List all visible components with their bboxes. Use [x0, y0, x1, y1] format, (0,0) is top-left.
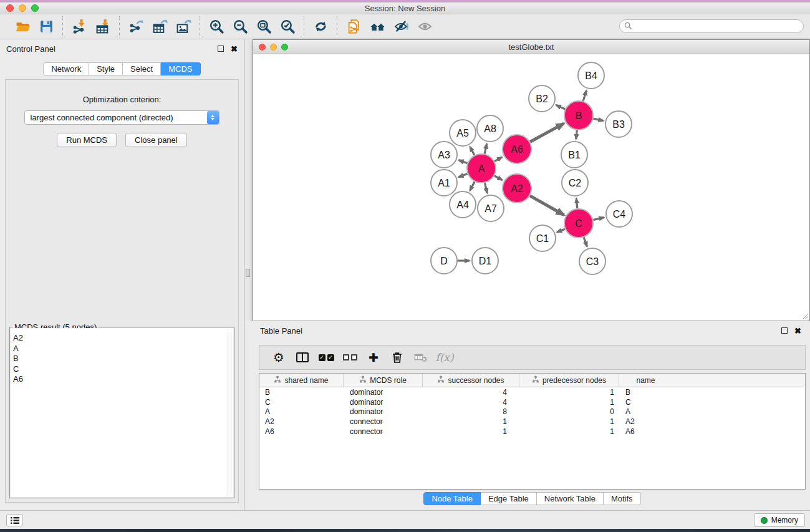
result-item[interactable]: A6	[11, 374, 233, 385]
graph-node-B2[interactable]: B2	[529, 85, 555, 112]
column-header-name[interactable]: name	[619, 374, 672, 387]
graph-edge-C-C4[interactable]	[593, 218, 604, 220]
graph-node-D[interactable]: D	[431, 248, 457, 274]
close-panel-icon[interactable]: ✖	[231, 45, 238, 53]
graph-node-C1[interactable]: C1	[529, 225, 556, 251]
resize-grip-icon[interactable]	[801, 312, 809, 320]
graph-edge-A-A4[interactable]	[470, 181, 474, 190]
tab-motifs[interactable]: Motifs	[604, 492, 641, 505]
export-network-icon[interactable]	[124, 17, 148, 37]
graph-edge-B-B1[interactable]	[576, 130, 577, 139]
column-header-mcds-role[interactable]: MCDS role	[344, 374, 423, 387]
graph-node-B4[interactable]: B4	[578, 62, 604, 89]
mcds-result-list[interactable]: A2ABCA6	[11, 328, 233, 497]
network-window-titlebar[interactable]: testGlobe.txt	[253, 40, 809, 54]
result-scrollbar[interactable]	[228, 332, 233, 497]
graph-edge-B-B2[interactable]	[556, 105, 565, 109]
zoom-fit-icon[interactable]	[252, 17, 276, 37]
table-row[interactable]: Cdominator41C	[259, 397, 805, 407]
graph-edge-A-A8[interactable]	[485, 143, 487, 153]
graph-node-A[interactable]: A	[467, 154, 496, 183]
apply-function-icon[interactable]: f(x)	[433, 347, 456, 368]
graph-node-A1[interactable]: A1	[431, 170, 457, 196]
graph-node-C2[interactable]: C2	[562, 170, 588, 196]
graph-node-A7[interactable]: A7	[478, 195, 504, 221]
result-item[interactable]: A	[11, 344, 233, 354]
float-panel-icon[interactable]	[218, 46, 224, 52]
zoom-out-icon[interactable]	[228, 17, 252, 37]
graph-edge-C-C3[interactable]	[584, 238, 587, 247]
tab-mcds[interactable]: MCDS	[161, 62, 200, 75]
home-icon[interactable]	[365, 17, 389, 37]
table-row[interactable]: A6connector11A6	[259, 427, 805, 437]
result-item[interactable]: A2	[11, 333, 233, 344]
graph-node-B3[interactable]: B3	[605, 111, 632, 137]
table-row[interactable]: Bdominator41B	[259, 387, 805, 397]
table-settings-icon[interactable]: ⚙	[267, 347, 291, 368]
tab-edge-table[interactable]: Edge Table	[481, 492, 537, 505]
graph-node-A5[interactable]: A5	[450, 120, 476, 146]
tab-select[interactable]: Select	[123, 62, 161, 75]
clone-network-icon[interactable]	[342, 17, 365, 37]
graph-edge-A2-C[interactable]	[530, 196, 564, 215]
graph-node-B1[interactable]: B1	[561, 142, 587, 168]
delete-table-icon[interactable]	[409, 347, 433, 368]
close-panel-button[interactable]: Close panel	[125, 133, 187, 147]
graph-node-A4[interactable]: A4	[450, 191, 476, 218]
select-all-checks-icon[interactable]: ✓✓	[314, 347, 338, 368]
graph-node-A6[interactable]: A6	[503, 135, 531, 163]
graph-edge-A6-B[interactable]	[530, 123, 564, 142]
column-header-shared-name[interactable]: shared name	[259, 374, 344, 387]
export-image-icon[interactable]	[171, 17, 195, 37]
deselect-all-checks-icon[interactable]	[338, 347, 362, 368]
graph-edge-A-A3[interactable]	[458, 160, 467, 163]
graph-edge-A-A6[interactable]	[494, 157, 502, 162]
graph-node-A2[interactable]: A2	[503, 174, 531, 203]
search-input[interactable]	[619, 19, 804, 33]
zoom-selected-icon[interactable]	[276, 17, 299, 37]
graph-node-D1[interactable]: D1	[472, 248, 498, 274]
graph-edge-C-C1[interactable]	[557, 229, 565, 232]
import-table-icon[interactable]	[91, 17, 115, 37]
memory-button[interactable]: Memory	[754, 513, 805, 527]
result-item[interactable]: B	[11, 354, 233, 364]
optimization-criterion-select[interactable]: largest connected component (directed)	[24, 110, 220, 125]
graph-edge-A-A2[interactable]	[494, 176, 503, 180]
tab-network-table[interactable]: Network Table	[537, 492, 604, 505]
graph-edge-A-A1[interactable]	[458, 174, 467, 177]
tab-style[interactable]: Style	[89, 62, 123, 75]
tab-network[interactable]: Network	[43, 62, 89, 75]
add-column-icon[interactable]: ✚	[362, 347, 385, 368]
import-network-icon[interactable]	[67, 17, 91, 37]
graph-edge-A-A7[interactable]	[485, 183, 487, 193]
zoom-in-icon[interactable]	[205, 17, 228, 37]
show-columns-icon[interactable]	[291, 347, 314, 368]
table-row[interactable]: A2connector11A2	[259, 417, 805, 427]
result-item[interactable]: C	[11, 364, 233, 375]
export-table-icon[interactable]	[148, 17, 171, 37]
network-canvas[interactable]: B4B2BB3A8A5A6A3B1AA1C2A2A4A7C4CC1C3DD1	[253, 54, 809, 321]
column-header-predecessor-nodes[interactable]: predecessor nodes	[519, 374, 619, 387]
open-file-icon[interactable]	[11, 17, 34, 37]
panel-splitter-handle[interactable]	[246, 269, 250, 277]
run-mcds-button[interactable]: Run MCDS	[57, 133, 117, 147]
graph-edge-B-B4[interactable]	[583, 90, 586, 101]
table-row[interactable]: Adominator80A	[259, 407, 805, 417]
graph-node-C3[interactable]: C3	[579, 248, 605, 274]
graph-node-C[interactable]: C	[564, 209, 593, 238]
delete-column-icon[interactable]	[385, 347, 409, 368]
column-header-successor-nodes[interactable]: successor nodes	[423, 374, 519, 387]
show-all-icon[interactable]	[413, 17, 436, 37]
refresh-layout-icon[interactable]	[309, 17, 332, 37]
save-session-icon[interactable]	[34, 17, 58, 37]
tab-node-table[interactable]: Node Table	[423, 492, 481, 505]
hide-selected-icon[interactable]	[389, 17, 413, 37]
task-history-button[interactable]	[6, 514, 23, 526]
graph-node-A3[interactable]: A3	[431, 142, 457, 168]
graph-node-A8[interactable]: A8	[477, 115, 503, 142]
close-table-panel-icon[interactable]: ✖	[794, 327, 801, 335]
graph-node-B[interactable]: B	[564, 101, 593, 130]
graph-node-C4[interactable]: C4	[606, 201, 632, 227]
graph-edge-A-A5[interactable]	[470, 147, 475, 155]
graph-edge-B-B3[interactable]	[593, 118, 603, 121]
